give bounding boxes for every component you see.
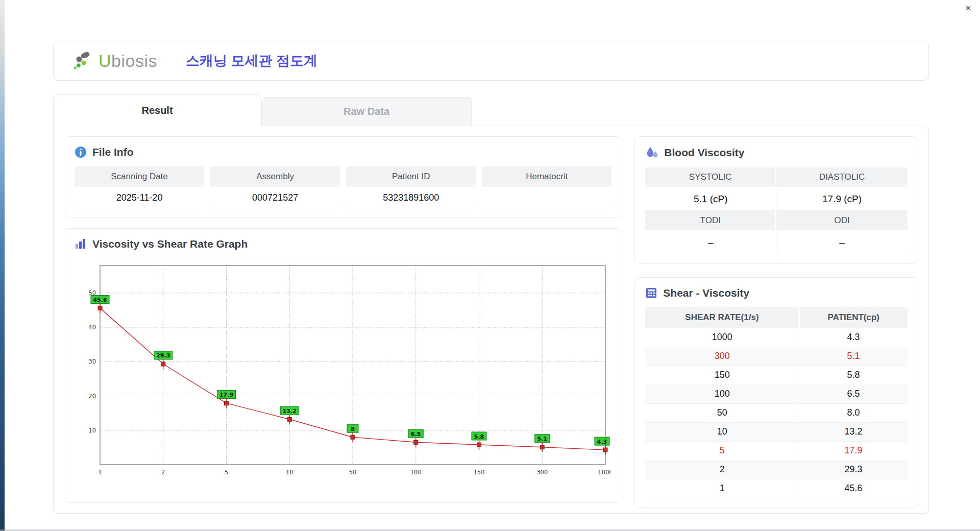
- field-label: Assembly: [210, 166, 340, 187]
- field-value: 000721527: [210, 187, 340, 208]
- svg-text:5: 5: [225, 469, 228, 476]
- table-row: 517.9: [645, 441, 908, 460]
- left-column: File Info Scanning Date 2025-11-20 Assem…: [64, 136, 622, 503]
- svg-text:40: 40: [88, 324, 96, 331]
- blood-viscosity-card: Blood Viscosity SYSTOLIC DIASTOLIC 5.1 (…: [634, 136, 918, 264]
- page-title: 스캐닝 모세관 점도계: [186, 52, 317, 70]
- svg-text:5.1: 5.1: [537, 436, 548, 442]
- bar-chart-icon: [75, 238, 87, 250]
- svg-text:1: 1: [98, 469, 102, 476]
- field-patient-id: Patient ID 53231891600: [346, 166, 476, 208]
- todi-value: –: [645, 230, 776, 254]
- svg-text:2: 2: [161, 469, 165, 476]
- svg-text:20: 20: [88, 393, 96, 400]
- svg-text:17.9: 17.9: [219, 392, 233, 398]
- blood-viscosity-grid: SYSTOLIC DIASTOLIC 5.1 (cP) 17.9 (cP) TO…: [645, 167, 908, 254]
- viscosity-chart: 10203040501251050100150300100045.629.317…: [76, 260, 610, 491]
- diastolic-label: DIASTOLIC: [776, 167, 908, 187]
- shear-viscosity-card: Shear - Viscosity SHEAR RATE(1/s) PATIEN…: [634, 277, 918, 508]
- svg-text:6.5: 6.5: [411, 431, 421, 438]
- systolic-value: 5.1 (cP): [645, 187, 776, 211]
- field-value: 2025-11-20: [75, 187, 204, 208]
- svg-text:29.3: 29.3: [156, 352, 170, 359]
- info-icon: [75, 146, 87, 158]
- logo-text: Ubiosis: [99, 51, 157, 71]
- file-info-grid: Scanning Date 2025-11-20 Assembly 000721…: [75, 166, 611, 208]
- table-row: 1013.2: [645, 422, 908, 441]
- shear-rate-cell: 1000: [645, 328, 799, 347]
- header: Ubiosis 스캐닝 모세관 점도계: [53, 41, 929, 81]
- field-label: Hematocrit: [482, 166, 611, 187]
- shear-rate-cell: 100: [645, 384, 799, 403]
- patient-column-header: PATIENT(cp): [799, 307, 908, 328]
- graph-title: Viscosity vs Shear Rate Graph: [92, 238, 248, 250]
- svg-text:30: 30: [88, 358, 96, 365]
- shear-rate-cell: 2: [645, 460, 799, 479]
- patient-viscosity-cell: 5.8: [799, 366, 908, 384]
- logo-dots-icon: [73, 51, 94, 71]
- right-column: Blood Viscosity SYSTOLIC DIASTOLIC 5.1 (…: [634, 136, 918, 503]
- desktop-background-sliver: [0, 0, 5, 531]
- graph-card: Viscosity vs Shear Rate Graph 1020304050…: [64, 228, 622, 503]
- shear-viscosity-table: SHEAR RATE(1/s) PATIENT(cp) 10004.33005.…: [645, 307, 908, 498]
- main-content: Ubiosis 스캐닝 모세관 점도계 Result Raw Data: [53, 41, 929, 514]
- shear-rate-cell: 150: [645, 366, 799, 384]
- file-info-card: File Info Scanning Date 2025-11-20 Assem…: [64, 136, 622, 218]
- field-scanning-date: Scanning Date 2025-11-20: [75, 166, 204, 208]
- grid-table-icon: [645, 287, 657, 299]
- patient-viscosity-cell: 4.3: [799, 328, 908, 347]
- field-label: Patient ID: [346, 166, 476, 187]
- logo-rest: biosis: [111, 51, 157, 70]
- field-value: [482, 187, 611, 208]
- table-row: 10004.3: [645, 328, 908, 347]
- patient-viscosity-cell: 17.9: [799, 441, 908, 460]
- table-row: 145.6: [645, 479, 908, 498]
- tabs: Result Raw Data: [53, 94, 929, 126]
- svg-text:5.8: 5.8: [474, 433, 484, 440]
- table-row: 3005.1: [645, 347, 908, 366]
- patient-viscosity-cell: 45.6: [799, 479, 908, 498]
- droplets-icon: [645, 146, 658, 159]
- svg-text:150: 150: [474, 469, 485, 476]
- patient-viscosity-cell: 5.1: [799, 347, 908, 366]
- systolic-label: SYSTOLIC: [645, 167, 776, 187]
- ubiosis-logo: Ubiosis: [73, 51, 157, 71]
- patient-viscosity-cell: 13.2: [799, 422, 908, 441]
- field-value: 53231891600: [346, 187, 476, 208]
- svg-text:10: 10: [88, 427, 96, 434]
- shear-rate-cell: 5: [645, 441, 799, 460]
- field-assembly: Assembly 000721527: [210, 166, 340, 208]
- logo-u: U: [99, 51, 111, 70]
- svg-text:13.2: 13.2: [283, 408, 297, 415]
- shear-rate-cell: 10: [645, 422, 799, 441]
- shear-rate-cell: 300: [645, 347, 799, 366]
- shear-table-body: 10004.33005.11505.81006.5508.01013.2517.…: [645, 328, 908, 498]
- table-header-row: SHEAR RATE(1/s) PATIENT(cp): [645, 307, 908, 328]
- patient-viscosity-cell: 6.5: [799, 384, 908, 403]
- table-row: 508.0: [645, 403, 908, 422]
- chart-area: 10203040501251050100150300100045.629.317…: [75, 258, 611, 491]
- tab-result[interactable]: Result: [53, 94, 261, 126]
- svg-text:45.6: 45.6: [93, 297, 107, 303]
- file-info-title: File Info: [92, 146, 134, 158]
- table-row: 1006.5: [645, 384, 908, 403]
- table-row: 229.3: [645, 460, 908, 479]
- todi-label: TODI: [645, 211, 776, 230]
- shear-rate-cell: 1: [645, 479, 799, 498]
- odi-label: ODI: [776, 211, 908, 230]
- field-hematocrit: Hematocrit: [482, 166, 611, 208]
- shear-viscosity-title: Shear - Viscosity: [663, 287, 749, 299]
- field-label: Scanning Date: [75, 166, 204, 187]
- blood-viscosity-title: Blood Viscosity: [664, 147, 744, 159]
- table-row: 1505.8: [645, 366, 908, 384]
- svg-text:50: 50: [349, 469, 357, 476]
- shear-rate-column-header: SHEAR RATE(1/s): [645, 307, 799, 328]
- shear-rate-cell: 50: [645, 403, 799, 422]
- svg-text:100: 100: [410, 469, 422, 476]
- odi-value: –: [776, 230, 908, 254]
- tab-raw-data[interactable]: Raw Data: [261, 97, 472, 126]
- patient-viscosity-cell: 8.0: [799, 403, 908, 422]
- close-icon[interactable]: ×: [962, 2, 975, 15]
- svg-text:10: 10: [286, 469, 293, 476]
- svg-text:4.3: 4.3: [597, 439, 607, 445]
